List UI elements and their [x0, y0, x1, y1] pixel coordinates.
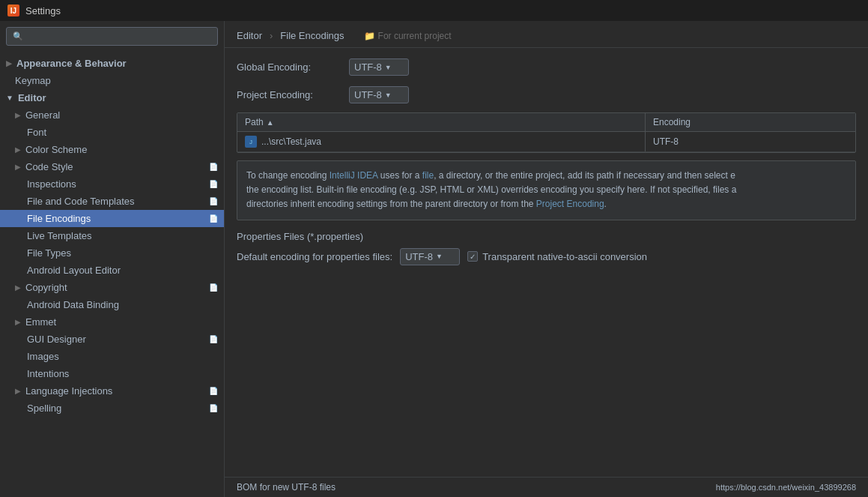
panel-body: Global Encoding: UTF-8 ▼ Project Encodin… — [225, 48, 868, 477]
chevron-down-icon: ▼ — [385, 64, 392, 71]
properties-encoding-value: UTF-8 — [405, 251, 433, 262]
for-current-project: 📁 For current project — [364, 31, 452, 41]
sidebar-item-emmet[interactable]: ▶ Emmet — [0, 313, 224, 331]
sidebar-item-copyright[interactable]: ▶ Copyright 📄 — [0, 279, 224, 296]
arrow-right-icon-colorscheme: ▶ — [15, 145, 21, 154]
bom-label: BOM for new UTF-8 files — [237, 482, 336, 493]
chevron-down-icon-props: ▼ — [436, 253, 443, 260]
file-encoding-table: Path ▲ Encoding J ...\src\Test.java UTF-… — [237, 112, 856, 153]
nav-tree: ▶ Appearance & Behavior Keymap ▼ Editor … — [0, 52, 224, 497]
sidebar-item-font[interactable]: Font — [0, 124, 224, 141]
chevron-down-icon-project: ▼ — [385, 91, 392, 99]
sidebar-item-code-style[interactable]: ▶ Code Style 📄 — [0, 158, 224, 175]
bottom-bar: BOM for new UTF-8 files https://blog.csd… — [225, 477, 868, 497]
global-encoding-label: Global Encoding: — [237, 61, 342, 73]
transparent-label: Transparent native-to-ascii conversion — [482, 251, 647, 262]
transparent-checkbox-row: Transparent native-to-ascii conversion — [467, 251, 647, 262]
project-encoding-value: UTF-8 — [354, 89, 382, 100]
arrow-right-icon-copyright: ▶ — [15, 283, 21, 292]
properties-title: Properties Files (*.properties) — [237, 231, 856, 242]
search-box[interactable]: 🔍 — [6, 27, 218, 46]
transparent-checkbox[interactable] — [467, 251, 478, 262]
project-encoding-dropdown[interactable]: UTF-8 ▼ — [349, 86, 409, 103]
page-icon-langinjections: 📄 — [209, 387, 218, 395]
arrow-right-icon-codestyle: ▶ — [15, 163, 21, 171]
sidebar-item-language-injections[interactable]: ▶ Language Injections 📄 — [0, 382, 224, 400]
info-highlight: IntelliJ IDEA — [330, 170, 378, 181]
global-encoding-value: UTF-8 — [354, 61, 382, 73]
table-row[interactable]: J ...\src\Test.java UTF-8 — [237, 132, 855, 152]
sidebar: 🔍 ▶ Appearance & Behavior Keymap ▼ Edito… — [0, 21, 225, 497]
sidebar-item-gui-designer[interactable]: GUI Designer 📄 — [0, 331, 224, 348]
table-header: Path ▲ Encoding — [237, 113, 855, 132]
project-icon: 📁 — [364, 31, 375, 41]
encoding-column-header[interactable]: Encoding — [646, 113, 855, 131]
default-encoding-label: Default encoding for properties files: — [237, 251, 392, 262]
page-icon-copyright: 📄 — [209, 283, 218, 292]
sidebar-item-general[interactable]: ▶ General — [0, 106, 224, 124]
arrow-right-icon: ▶ — [6, 59, 12, 67]
page-icon-codestyle: 📄 — [209, 163, 218, 171]
sidebar-item-keymap[interactable]: Keymap — [0, 72, 224, 89]
sidebar-item-file-types[interactable]: File Types — [0, 244, 224, 262]
info-line1: To change encoding IntelliJ IDEA uses fo… — [246, 170, 735, 181]
sidebar-item-intentions[interactable]: Intentions — [0, 365, 224, 382]
breadcrumb-file-encodings: File Encodings — [280, 30, 344, 41]
sort-arrow-icon: ▲ — [267, 118, 274, 127]
title-bar: IJ Settings — [0, 0, 868, 21]
info-line2: the encoding list. Built-in file encodin… — [246, 184, 736, 195]
sidebar-item-file-encodings[interactable]: File Encodings 📄 — [0, 210, 224, 227]
search-input[interactable] — [26, 31, 211, 42]
url-link[interactable]: https://blog.csdn.net/weixin_43899268 — [716, 483, 856, 492]
info-box: To change encoding IntelliJ IDEA uses fo… — [237, 160, 856, 220]
page-icon-fileencodings: 📄 — [209, 214, 218, 223]
encoding-cell: UTF-8 — [646, 132, 855, 151]
page-icon-inspections: 📄 — [209, 180, 218, 188]
info-line3: directories inherit encoding settings fr… — [246, 199, 607, 209]
project-encoding-label: Project Encoding: — [237, 89, 342, 100]
sidebar-item-spelling[interactable]: Spelling 📄 — [0, 400, 224, 417]
sidebar-item-inspections[interactable]: Inspections 📄 — [0, 175, 224, 193]
right-panel: Editor › File Encodings 📁 For current pr… — [225, 21, 868, 497]
properties-encoding-dropdown[interactable]: UTF-8 ▼ — [400, 248, 460, 265]
breadcrumb-editor: Editor — [237, 30, 262, 41]
sidebar-item-editor[interactable]: ▼ Editor — [0, 89, 224, 106]
arrow-right-icon-langinjections: ▶ — [15, 387, 21, 395]
global-encoding-row: Global Encoding: UTF-8 ▼ — [237, 57, 856, 77]
search-icon: 🔍 — [13, 31, 23, 41]
page-icon-filetemplates: 📄 — [209, 197, 218, 205]
sidebar-item-live-templates[interactable]: Live Templates — [0, 227, 224, 244]
app-icon: IJ — [7, 4, 19, 16]
page-icon-guidesigner: 📄 — [209, 335, 218, 343]
sidebar-item-images[interactable]: Images — [0, 348, 224, 365]
java-file-icon: J — [245, 136, 257, 148]
global-encoding-dropdown[interactable]: UTF-8 ▼ — [349, 58, 409, 76]
arrow-right-icon-emmet: ▶ — [15, 318, 21, 326]
arrow-right-icon-general: ▶ — [15, 111, 21, 119]
sidebar-item-color-scheme[interactable]: ▶ Color Scheme — [0, 141, 224, 158]
sidebar-item-file-code-templates[interactable]: File and Code Templates 📄 — [0, 193, 224, 210]
sidebar-item-appearance[interactable]: ▶ Appearance & Behavior — [0, 55, 224, 72]
app-title: Settings — [25, 5, 61, 16]
sidebar-item-android-data-binding[interactable]: Android Data Binding — [0, 296, 224, 313]
project-encoding-row: Project Encoding: UTF-8 ▼ — [237, 85, 856, 105]
properties-encoding-row: Default encoding for properties files: U… — [237, 248, 856, 265]
breadcrumb-separator: › — [270, 30, 273, 41]
path-column-header[interactable]: Path ▲ — [237, 113, 646, 131]
sidebar-item-android-layout-editor[interactable]: Android Layout Editor — [0, 262, 224, 279]
page-icon-spelling: 📄 — [209, 404, 218, 412]
properties-section: Properties Files (*.properties) Default … — [237, 231, 856, 265]
main-content: 🔍 ▶ Appearance & Behavior Keymap ▼ Edito… — [0, 21, 868, 497]
arrow-down-icon: ▼ — [6, 94, 13, 102]
path-cell: J ...\src\Test.java — [237, 132, 646, 151]
panel-header: Editor › File Encodings 📁 For current pr… — [225, 21, 868, 48]
